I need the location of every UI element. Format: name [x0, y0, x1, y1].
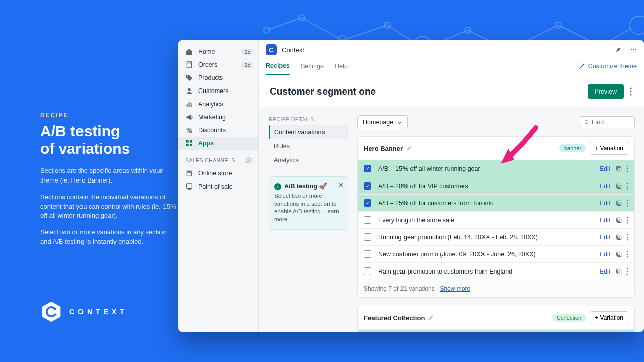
- checkbox[interactable]: [364, 233, 371, 241]
- preview-button[interactable]: Preview: [588, 84, 624, 99]
- sidebar-item-discounts[interactable]: Discounts: [178, 124, 258, 137]
- copy-icon[interactable]: [615, 268, 622, 275]
- svg-rect-16: [189, 102, 190, 107]
- pin-icon[interactable]: [615, 46, 622, 53]
- add-variation-button[interactable]: + Variation: [590, 142, 628, 155]
- channel-online-store[interactable]: Online store: [178, 167, 258, 180]
- svg-point-9: [630, 16, 644, 34]
- ab-testing-callout: ✕ iA/B testing 🚀 Select two or more vari…: [269, 176, 348, 230]
- marketing-icon: [185, 113, 193, 121]
- customize-theme-link[interactable]: Customize theme: [578, 63, 637, 70]
- promo-eyebrow: RECIPE: [40, 112, 176, 119]
- app-name: Context: [282, 46, 304, 54]
- sidebar-item-analytics[interactable]: Analytics: [178, 98, 258, 111]
- row-more-icon[interactable]: [626, 200, 628, 207]
- edit-link[interactable]: Edit: [600, 268, 610, 275]
- sidebar-item-customers[interactable]: Customers: [178, 84, 258, 98]
- svg-rect-42: [618, 185, 621, 188]
- svg-point-39: [627, 165, 628, 167]
- promo-panel: RECIPE A/B testingof variations Sections…: [40, 112, 176, 254]
- edit-link[interactable]: Edit: [600, 200, 610, 207]
- checkbox[interactable]: [364, 216, 371, 224]
- checkbox[interactable]: [364, 267, 371, 275]
- app-logo-icon: C: [266, 44, 277, 55]
- row-more-icon[interactable]: [626, 234, 628, 241]
- svg-point-5: [465, 27, 471, 33]
- copy-icon[interactable]: [615, 217, 622, 224]
- checkbox[interactable]: [364, 165, 371, 172]
- sidebar-badge: 15: [242, 62, 253, 68]
- variation-row: Rain gear promotion to customers from En…: [358, 263, 634, 280]
- show-more-link[interactable]: Show more: [440, 285, 470, 292]
- svg-point-29: [631, 49, 632, 50]
- detail-content-variations[interactable]: Content variations: [269, 125, 349, 139]
- copy-icon[interactable]: [615, 251, 622, 258]
- discount-icon: [185, 126, 193, 134]
- svg-point-61: [627, 239, 628, 240]
- edit-link[interactable]: Edit: [600, 234, 610, 241]
- context-logo-icon: [40, 301, 62, 323]
- copy-icon[interactable]: [615, 165, 622, 172]
- page-actions-icon[interactable]: [629, 85, 633, 98]
- variation-row: Everything in the store saleEdit: [358, 212, 634, 229]
- svg-point-56: [627, 222, 628, 223]
- variation-label: A/B – 20% off for VIP customers: [378, 183, 600, 190]
- close-icon[interactable]: ✕: [338, 181, 344, 189]
- tab-settings[interactable]: Settings: [301, 58, 324, 74]
- home-icon: [185, 48, 193, 56]
- svg-point-12: [54, 313, 56, 315]
- sidebar-item-orders[interactable]: Orders15: [178, 58, 258, 71]
- svg-point-3: [384, 22, 390, 28]
- edit-link[interactable]: Edit: [600, 165, 610, 172]
- checkbox[interactable]: [364, 250, 371, 258]
- channel-point-of-sale[interactable]: Point of sale: [178, 180, 258, 193]
- section-card: Featured CollectionCollection+ Variation…: [357, 306, 635, 332]
- row-more-icon[interactable]: [626, 165, 628, 172]
- sales-channels-header: SALES CHANNELS: [178, 150, 258, 167]
- row-more-icon[interactable]: [626, 217, 628, 224]
- svg-rect-48: [616, 201, 620, 204]
- copy-icon[interactable]: [615, 200, 622, 207]
- app-window: Home15Orders15ProductsCustomersAnalytics…: [178, 40, 644, 332]
- detail-analytics[interactable]: Analytics: [269, 153, 349, 167]
- edit-link[interactable]: Edit: [600, 217, 610, 224]
- sidebar-item-products[interactable]: Products: [178, 71, 258, 84]
- svg-point-50: [627, 202, 628, 204]
- pencil-icon[interactable]: [406, 145, 412, 151]
- sidebar-label: Customers: [198, 87, 228, 95]
- add-variation-button[interactable]: + Variation: [590, 311, 628, 324]
- copy-icon[interactable]: [615, 183, 622, 190]
- pos-icon: [185, 183, 193, 191]
- variation-row: A/B – 25% off for customers from Toronto…: [358, 195, 634, 212]
- sidebar-item-marketing[interactable]: Marketing: [178, 111, 258, 124]
- variation-label: Running gear promotion (Feb. 14, 20XX - …: [378, 234, 600, 241]
- checkbox[interactable]: [364, 199, 371, 207]
- tag-icon: [185, 74, 193, 82]
- row-more-icon[interactable]: [626, 183, 628, 190]
- edit-link[interactable]: Edit: [600, 251, 610, 258]
- variation-row: New customer promo (June. 09, 20XX - Jun…: [358, 246, 634, 263]
- row-more-icon[interactable]: [626, 268, 628, 275]
- svg-rect-68: [616, 269, 620, 273]
- page-dropdown[interactable]: Homepage: [357, 115, 408, 129]
- edit-link[interactable]: Edit: [600, 183, 610, 190]
- tab-recipes[interactable]: Recipes: [266, 57, 290, 75]
- row-more-icon[interactable]: [626, 251, 628, 258]
- showing-count: Showing 7 of 21 variations - Show more: [358, 280, 634, 297]
- sidebar-item-home[interactable]: Home15: [178, 45, 258, 58]
- search-box[interactable]: [580, 116, 635, 128]
- checkbox[interactable]: [364, 182, 371, 190]
- promo-title: A/B testingof variations: [40, 123, 176, 157]
- copy-icon[interactable]: [615, 234, 622, 241]
- add-channel-icon[interactable]: [245, 157, 252, 164]
- app-main: C Context RecipesSettingsHelp Customize …: [259, 40, 644, 332]
- pencil-icon[interactable]: [428, 315, 434, 321]
- more-icon[interactable]: [630, 46, 637, 53]
- sidebar-label: Marketing: [198, 114, 226, 121]
- search-input[interactable]: [592, 119, 630, 126]
- detail-rules[interactable]: Rules: [269, 139, 349, 153]
- apps-icon: [185, 139, 193, 147]
- sidebar-item-apps[interactable]: Apps: [178, 137, 258, 150]
- svg-rect-52: [618, 219, 621, 222]
- tab-help[interactable]: Help: [335, 58, 348, 74]
